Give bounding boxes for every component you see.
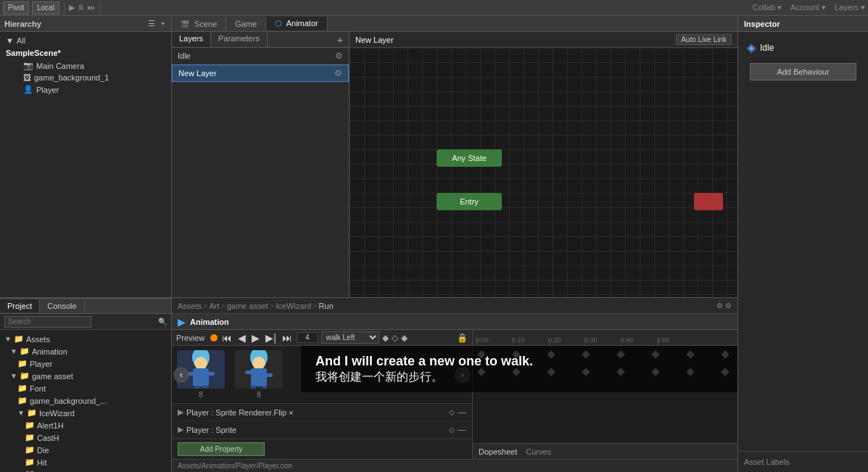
auto-live-button[interactable]: Auto Live Link	[676, 34, 732, 45]
layer-new-settings-icon[interactable]: ⚙	[334, 68, 342, 78]
animator-tab-layers[interactable]: Layers	[172, 32, 211, 47]
add-behaviour-button[interactable]: Add Behaviour	[750, 63, 856, 80]
asset-item-icewizard[interactable]: ▼ 📁 IceWizard	[0, 407, 171, 419]
animation-bottom-tabs: Dopesheet Curves	[473, 443, 737, 459]
prop-row-sprite[interactable]: ▶ Player : Sprite ◇ —	[172, 421, 472, 439]
inspector-panel: Inspector ◈ Idle Add Behaviour Asset Lab…	[737, 16, 868, 472]
background-icon: 🖼	[23, 73, 31, 82]
timeline-track-flip	[473, 346, 737, 363]
tab-dopesheet[interactable]: Dopesheet	[479, 447, 517, 456]
walk-left-select[interactable]: walk Left	[321, 331, 379, 344]
layer-row-idle[interactable]: Idle ⚙	[172, 48, 349, 65]
layer-idle-settings-icon[interactable]: ⚙	[335, 51, 343, 61]
preview-play-btn[interactable]: ▶	[250, 332, 261, 344]
state-any-node[interactable]: Any State	[437, 149, 502, 167]
asset-item-cast[interactable]: 📁 CastH	[0, 431, 171, 444]
prop-sprite-diamond-icon[interactable]: ◇	[449, 426, 455, 434]
hierarchy-add-icon[interactable]: +	[160, 19, 167, 28]
asset-item-hit[interactable]: 📁 Hit	[0, 456, 171, 468]
asset-item-game-bg[interactable]: 📁 game_background_...	[0, 394, 171, 407]
animation-tab-icon: ▶	[178, 316, 186, 328]
hierarchy-scene[interactable]: SampleScene*	[0, 46, 171, 59]
project-search-input[interactable]	[4, 316, 91, 328]
toolbar-btn-pivot[interactable]: Pivot	[3, 1, 29, 15]
project-console-tabs: Project Console	[0, 298, 171, 314]
font-label: Font	[30, 384, 46, 393]
account-btn[interactable]: Account ▾	[790, 3, 826, 12]
prop-row-flip[interactable]: ▶ Player : Sprite Renderer.Flip × ◇ —	[172, 404, 472, 421]
add-keyframe-btn[interactable]: ◇	[392, 333, 398, 343]
toolbar-separator-2	[99, 2, 100, 14]
tab-console[interactable]: Console	[40, 299, 84, 312]
asset-item-player-folder[interactable]: 📁 Player	[0, 357, 171, 370]
timeline-area: 0:00 0:10 0:20 0:30 0:40 1:00	[473, 330, 737, 459]
inspector-idle-row: ◈ Idle	[744, 38, 862, 57]
camera-icon: 📷	[23, 61, 33, 70]
preview-step-back-btn[interactable]: ◀	[236, 332, 247, 344]
layers-btn[interactable]: Layers ▾	[835, 3, 865, 12]
frame-sprite-bg-2	[235, 350, 283, 389]
state-entry-node[interactable]: Entry	[437, 193, 502, 210]
frames-nav-left[interactable]: ‹	[173, 367, 189, 383]
frame-label-2: 8	[257, 391, 261, 399]
prop-sprite-expand-icon[interactable]: ▶	[178, 425, 183, 434]
prop-flip-remove-icon[interactable]: —	[458, 407, 466, 418]
frame-number-input[interactable]	[297, 332, 318, 343]
preview-skip-start-btn[interactable]: ⏮	[220, 332, 233, 344]
kf-dot-sprite-7	[686, 368, 694, 376]
scene-name-label: SampleScene*	[6, 49, 61, 57]
animator-tab-parameters[interactable]: Parameters	[211, 32, 268, 47]
asset-item-die[interactable]: 📁 Die	[0, 444, 171, 456]
tab-project[interactable]: Project	[0, 299, 40, 312]
layer-new-input[interactable]	[178, 69, 334, 78]
preview-label: Preview	[176, 334, 204, 342]
asset-item-jump[interactable]: 📁 Jump	[0, 468, 171, 472]
hierarchy-item-player[interactable]: 👤 Player	[0, 83, 171, 96]
animation-folder-icon: 📁	[20, 347, 30, 356]
next-keyframe-btn[interactable]: ◆	[401, 333, 408, 343]
hierarchy-all-item[interactable]: ▼ All	[0, 35, 171, 46]
preview-skip-end-btn[interactable]: ⏭	[281, 332, 294, 344]
hit-label: Hit	[37, 458, 46, 467]
preview-toolbar: Preview ⏮ ◀ ▶ ▶| ⏭ walk Left ◆ ◇ ◆	[172, 330, 472, 346]
frames-nav-right[interactable]: ›	[455, 367, 471, 383]
kf-dot-sprite-1	[477, 368, 485, 376]
asset-item-alert[interactable]: 📁 Alert1H	[0, 419, 171, 431]
scene-tab-icon: 🎬	[181, 20, 189, 28]
asset-item-game-asset[interactable]: ▼ 📁 game asset	[0, 370, 171, 382]
die-folder-icon: 📁	[25, 445, 35, 455]
hierarchy-item-background[interactable]: 🖼 game_background_1	[0, 72, 171, 83]
add-property-button[interactable]: Add Property	[178, 442, 265, 456]
main-layout: Hierarchy ☰ + ▼ All SampleScene* 📷 Main …	[0, 16, 868, 472]
toolbar-btn-local[interactable]: Local	[32, 1, 59, 15]
asset-item-animation[interactable]: ▼ 📁 Animation	[0, 345, 171, 357]
state-red-node[interactable]	[694, 193, 723, 210]
collab-btn[interactable]: Collab ▾	[753, 3, 782, 12]
assets-root-arrow: ▼	[4, 335, 12, 343]
preview-step-fwd-btn[interactable]: ▶|	[264, 332, 278, 344]
hierarchy-item-camera[interactable]: 📷 Main Camera	[0, 59, 171, 72]
game-asset-icon: 📁	[20, 371, 30, 381]
hierarchy-menu-icon[interactable]: ☰	[146, 19, 157, 28]
tab-curves[interactable]: Curves	[526, 447, 551, 456]
prop-flip-diamond-icon[interactable]: ◇	[449, 408, 455, 416]
kf-dots-flip	[473, 346, 737, 363]
prop-flip-expand-icon[interactable]: ▶	[178, 407, 183, 417]
prop-sprite-remove-icon[interactable]: —	[458, 425, 466, 435]
tab-game[interactable]: Game	[226, 17, 266, 30]
asset-item-font[interactable]: 📁 Font	[0, 382, 171, 394]
asset-item-assets[interactable]: ▼ 📁 Assets	[0, 333, 171, 345]
prev-keyframe-btn[interactable]: ◆	[382, 333, 389, 343]
animator-add-layer-btn[interactable]: +	[331, 32, 349, 47]
breadcrumb-art: Art	[209, 302, 219, 310]
animation-arrow: ▼	[10, 347, 17, 355]
lock-icon[interactable]: 🔒	[457, 333, 468, 343]
kf-dot-flip-7	[686, 350, 694, 358]
breadcrumb-game-asset: game asset	[227, 302, 268, 310]
layer-row-new[interactable]: ⚙	[172, 65, 349, 82]
animator-grid[interactable]: Any State Entry	[350, 48, 737, 297]
tab-scene[interactable]: 🎬 Scene	[172, 17, 226, 30]
preview-record-btn[interactable]	[210, 334, 218, 341]
tab-animator[interactable]: ⬡ Animator	[266, 17, 327, 30]
breadcrumb-icons: ⚙ ⚙	[716, 302, 732, 310]
